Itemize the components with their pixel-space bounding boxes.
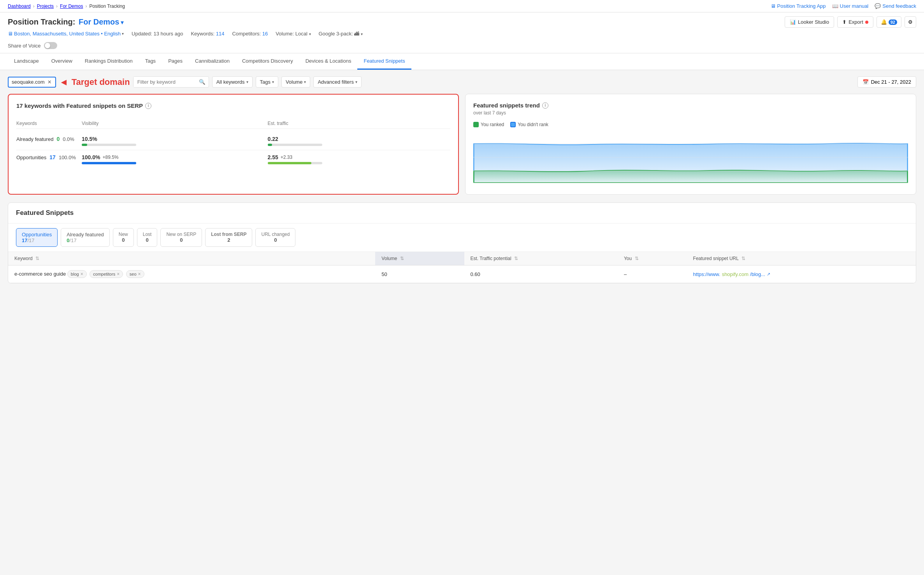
nav-tabs: Landscape Overview Rankings Distribution… [0, 53, 924, 70]
header-actions: 📊 Looker Studio ⬆ Export 🔔 92 ⚙ [785, 16, 916, 28]
col-you: You ⇅ [618, 252, 687, 266]
you-ranked-legend: You ranked [473, 122, 504, 127]
col-url: Featured snippet URL ⇅ [687, 252, 916, 266]
col-volume: Volume ⇅ [375, 252, 464, 266]
volume-dropdown[interactable]: Volume ▾ [281, 76, 310, 88]
tab-new-on-serp[interactable]: New on SERP 0 [160, 228, 202, 247]
arrow-icon: ◄ [59, 77, 69, 88]
top-bar: Dashboard › Projects › For Demos › Posit… [0, 0, 924, 12]
opportunities-pct: 100.0% [59, 155, 76, 160]
export-dot [865, 21, 868, 24]
opportunities-row: Opportunities 17 100.0% 100.0% +89.5% [16, 150, 450, 168]
volume-cell: 50 [375, 266, 464, 283]
looker-studio-button[interactable]: 📊 Looker Studio [785, 16, 834, 28]
volume-sort-icon[interactable]: ⇅ [400, 256, 404, 261]
table-body: e-commerce seo guide blog × competitors … [8, 266, 916, 283]
tags-dropdown[interactable]: Tags ▾ [256, 76, 278, 88]
keyword-input[interactable] [134, 77, 196, 87]
traffic-cell: 0.60 [464, 266, 618, 283]
notifications-button[interactable]: 🔔 92 [877, 16, 901, 28]
location-chevron: ▾ [122, 32, 124, 36]
calendar-icon: 📅 [863, 79, 869, 85]
sov-toggle[interactable] [44, 42, 57, 49]
tag-seo-close[interactable]: × [138, 271, 141, 277]
tab-lost-from-serp[interactable]: Lost from SERP 2 [205, 228, 252, 247]
tab-overview[interactable]: Overview [45, 53, 79, 70]
send-feedback-link[interactable]: 💬 Send feedback [875, 3, 916, 9]
position-tracking-app-link[interactable]: 🖥 Position Tracking App [771, 3, 826, 9]
table-row: e-commerce seo guide blog × competitors … [8, 266, 916, 283]
breadcrumb-projects[interactable]: Projects [37, 4, 54, 9]
keyword-cell: e-commerce seo guide blog × competitors … [8, 266, 375, 283]
sov-row: Share of Voice [8, 40, 916, 53]
monitor-icon: 🖥 [771, 3, 776, 9]
tag-seo: seo × [126, 270, 144, 278]
page-header: Position Tracking: For Demos ▾ 📊 Looker … [0, 12, 924, 53]
date-range-button[interactable]: 📅 Dec 21 - 27, 2022 [857, 76, 916, 88]
breadcrumb-dashboard[interactable]: Dashboard [8, 4, 31, 9]
tab-devices[interactable]: Devices & Locations [299, 53, 358, 70]
tag-competitors-close[interactable]: × [117, 271, 119, 277]
already-visibility-bar [82, 144, 136, 146]
main-content: seoquake.com × ◄ Target domain 🔍 All key… [0, 70, 924, 290]
tab-cannibalization[interactable]: Cannibalization [189, 53, 236, 70]
summary-card: 17 keywords with Featured snippets on SE… [8, 94, 459, 195]
filter-row: seoquake.com × ◄ Target domain 🔍 All key… [8, 76, 916, 88]
project-dropdown-icon[interactable]: ▾ [121, 19, 124, 26]
tab-url-changed[interactable]: URL changed 0 [255, 228, 295, 247]
traffic-sort-icon[interactable]: ⇅ [514, 256, 518, 261]
all-keywords-dropdown[interactable]: All keywords ▾ [212, 76, 253, 88]
tab-lost[interactable]: Lost 0 [137, 228, 158, 247]
export-button[interactable]: ⬆ Export [837, 16, 873, 28]
gear-icon: ⚙ [908, 19, 913, 25]
tab-competitors[interactable]: Competitors Discovery [236, 53, 299, 70]
search-button[interactable]: 🔍 [196, 77, 209, 87]
google-icon: 🏙 [354, 31, 359, 37]
tab-already-featured[interactable]: Already featured 0/17 [61, 228, 109, 247]
volume-chevron[interactable]: ▾ [309, 32, 311, 36]
breadcrumb-current: Position Tracking [89, 4, 125, 9]
sov-toggle-knob [45, 43, 50, 48]
header-row2: 🖥 Boston, Massachusetts, United States •… [8, 31, 916, 40]
tab-tags[interactable]: Tags [139, 53, 162, 70]
main-grid: 17 keywords with Featured snippets on SE… [8, 94, 916, 195]
snippets-table: Keyword ⇅ Volume ⇅ Est. Traffic potentia… [8, 252, 916, 283]
keyword-sort-icon[interactable]: ⇅ [35, 256, 39, 261]
book-icon: 📖 [832, 3, 838, 9]
you-cell: – [618, 266, 687, 283]
featured-snippets-section: Featured Snippets Opportunities 17/17 Al… [8, 202, 916, 283]
trend-info-icon[interactable]: i [542, 102, 548, 109]
location-link[interactable]: 🖥 Boston, Massachusetts, United States •… [8, 31, 124, 37]
url-sort-icon[interactable]: ⇅ [741, 256, 745, 261]
top-actions: 🖥 Position Tracking App 📖 User manual 💬 … [771, 3, 916, 9]
you-didnt-swatch [510, 122, 516, 127]
summary-card-title: 17 keywords with Featured snippets on SE… [16, 102, 450, 109]
opportunities-num: 17 [49, 154, 56, 160]
page-title: Position Tracking: For Demos ▾ [8, 18, 124, 26]
tab-opportunities[interactable]: Opportunities 17/17 [16, 228, 58, 247]
snippets-tabs: Opportunities 17/17 Already featured 0/1… [8, 223, 916, 252]
settings-button[interactable]: ⚙ [905, 16, 916, 28]
opp-traffic-delta: +2.33 [281, 155, 292, 160]
tab-rankings[interactable]: Rankings Distribution [79, 53, 139, 70]
you-ranked-swatch [473, 122, 479, 127]
snippet-url-link[interactable]: https://www.shopify.com/blog... ↗ [693, 271, 910, 277]
volume-meta: Volume: Local ▾ [276, 31, 311, 37]
tab-featured-snippets[interactable]: Featured Snippets [357, 53, 411, 70]
tab-pages[interactable]: Pages [162, 53, 189, 70]
summary-info-icon[interactable]: i [145, 103, 151, 109]
user-manual-link[interactable]: 📖 User manual [832, 3, 869, 9]
google-chevron[interactable]: ▾ [361, 32, 363, 36]
you-didnt-legend: You didn't rank [510, 122, 548, 127]
bell-icon: 🔔 [881, 19, 887, 25]
tab-new[interactable]: New 0 [113, 228, 134, 247]
breadcrumb-for-demos[interactable]: For Demos [60, 4, 83, 9]
header-row1: Position Tracking: For Demos ▾ 📊 Looker … [8, 16, 916, 28]
advanced-filters-dropdown[interactable]: Advanced filters ▾ [313, 76, 362, 88]
tag-blog-close[interactable]: × [81, 271, 83, 277]
project-name-link[interactable]: For Demos [79, 18, 119, 26]
snippets-table-container: Keyword ⇅ Volume ⇅ Est. Traffic potentia… [8, 252, 916, 283]
domain-close-button[interactable]: × [47, 79, 52, 85]
tab-landscape[interactable]: Landscape [8, 53, 45, 70]
you-sort-icon[interactable]: ⇅ [635, 256, 639, 261]
